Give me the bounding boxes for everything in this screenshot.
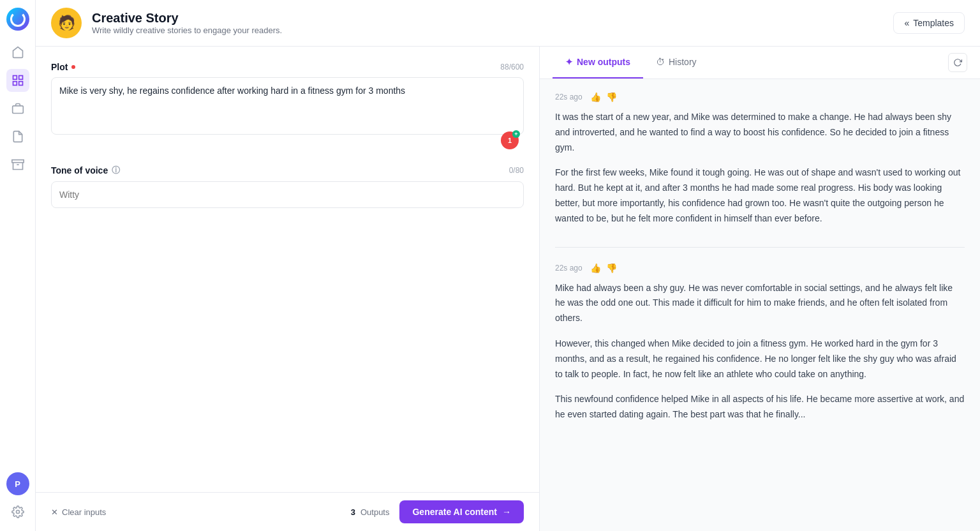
outputs-label: Outputs — [360, 507, 390, 517]
tone-counter: 0/80 — [509, 166, 524, 175]
clear-inputs-button[interactable]: ✕ Clear inputs — [51, 507, 106, 517]
tone-label-row: Tone of voice ⓘ 0/80 — [51, 165, 524, 176]
output-meta-2: 22s ago 👍 👎 — [555, 263, 965, 273]
main-content: 🧑 Creative Story Write wildly creative s… — [36, 0, 980, 531]
plot-counter: 88/600 — [500, 63, 524, 71]
history-icon: ⏱ — [656, 57, 665, 67]
sidebar: P — [0, 0, 36, 531]
thumbs-up-icon-2[interactable]: 👍 — [590, 263, 601, 273]
body-area: Plot 88/600 Mike is very shy, <span clas… — [36, 47, 980, 531]
output-text-2-p2: However, this changed when Mike decided … — [555, 336, 965, 382]
outputs-count: 3 — [351, 507, 355, 517]
templates-button[interactable]: « Templates — [893, 12, 965, 34]
generate-arrow-icon: → — [502, 507, 511, 517]
outputs-info: 3 Outputs — [351, 507, 390, 517]
tone-help-icon[interactable]: ⓘ — [112, 165, 120, 176]
svg-rect-4 — [12, 106, 23, 114]
output-divider-1 — [555, 247, 965, 248]
output-text-1-p1: It was the start of a new year, and Mike… — [555, 110, 965, 155]
output-meta-actions-1: 👍 👎 — [590, 92, 617, 102]
history-label: History — [669, 57, 697, 67]
input-panel: Plot 88/600 Mike is very shy, <span clas… — [36, 47, 540, 531]
svg-rect-0 — [13, 76, 17, 80]
thumbs-down-icon-2[interactable]: 👎 — [606, 263, 617, 273]
svg-point-7 — [16, 511, 19, 514]
tone-label-text: Tone of voice — [51, 165, 108, 176]
plot-label-row: Plot 88/600 — [51, 62, 524, 72]
bottom-bar: ✕ Clear inputs 3 Outputs Generate AI con… — [36, 492, 539, 531]
header: 🧑 Creative Story Write wildly creative s… — [36, 0, 980, 47]
output-block-1: 22s ago 👍 👎 It was the start of a new ye… — [555, 92, 965, 227]
sidebar-icon-grid[interactable] — [6, 69, 29, 92]
output-meta-actions-2: 👍 👎 — [590, 263, 617, 273]
plot-textarea[interactable]: Mike is very shy, <span class="highlight… — [51, 77, 524, 135]
timestamp-1: 22s ago — [555, 93, 583, 101]
plot-required-dot — [71, 65, 75, 69]
svg-rect-1 — [19, 76, 22, 80]
output-content: 22s ago 👍 👎 It was the start of a new ye… — [540, 79, 980, 531]
sidebar-icon-home[interactable] — [6, 41, 29, 64]
thumbs-down-icon-1[interactable]: 👎 — [606, 92, 617, 102]
input-panel-content: Plot 88/600 Mike is very shy, <span clas… — [36, 47, 539, 492]
sidebar-icon-archive[interactable] — [6, 153, 29, 176]
svg-rect-2 — [13, 82, 17, 86]
generate-label: Generate AI content — [412, 507, 497, 517]
output-text-2-p3: This newfound confidence helped Mike in … — [555, 392, 965, 423]
sidebar-icon-document[interactable] — [6, 125, 29, 148]
plot-field-group: Plot 88/600 Mike is very shy, <span clas… — [51, 62, 524, 149]
plus-badge: 1 — [501, 131, 519, 149]
svg-rect-3 — [19, 82, 22, 86]
sidebar-icon-box[interactable] — [6, 97, 29, 120]
sidebar-bottom: P — [6, 472, 29, 523]
output-block-2: 22s ago 👍 👎 Mike had always been a shy g… — [555, 263, 965, 423]
tab-history[interactable]: ⏱ History — [643, 47, 709, 79]
output-text-2-p1: Mike had always been a shy guy. He was n… — [555, 281, 965, 326]
header-info: Creative Story Write wildly creative sto… — [92, 11, 282, 35]
tone-field-group: Tone of voice ⓘ 0/80 — [51, 165, 524, 208]
tone-label-left: Tone of voice ⓘ — [51, 165, 120, 176]
settings-icon[interactable] — [6, 500, 29, 523]
output-panel: ✦ New outputs ⏱ History — [540, 47, 980, 531]
new-outputs-label: New outputs — [577, 57, 630, 67]
new-outputs-icon: ✦ — [565, 57, 573, 67]
plot-label-text: Plot — [51, 62, 68, 72]
output-text-1-p2: For the first few weeks, Mike found it t… — [555, 165, 965, 226]
tab-new-outputs[interactable]: ✦ New outputs — [553, 47, 643, 79]
page-title: Creative Story — [92, 11, 282, 26]
generate-button[interactable]: Generate AI content → — [399, 500, 524, 523]
page-subtitle: Write wildly creative stories to engage … — [92, 26, 282, 35]
timestamp-2: 22s ago — [555, 264, 583, 273]
thumbs-up-icon-1[interactable]: 👍 — [590, 92, 601, 102]
templates-chevron-icon: « — [904, 18, 909, 28]
tone-input[interactable] — [51, 181, 524, 208]
refresh-button[interactable] — [948, 53, 967, 72]
templates-label: Templates — [913, 18, 954, 28]
page-avatar: 🧑 — [51, 8, 82, 38]
output-tabs: ✦ New outputs ⏱ History — [540, 47, 980, 79]
user-avatar[interactable]: P — [6, 472, 29, 495]
output-meta-1: 22s ago 👍 👎 — [555, 92, 965, 102]
clear-x-icon: ✕ — [51, 507, 58, 517]
app-logo[interactable] — [6, 8, 29, 31]
clear-label: Clear inputs — [62, 507, 106, 517]
plot-label-left: Plot — [51, 62, 75, 72]
svg-rect-5 — [11, 160, 23, 163]
